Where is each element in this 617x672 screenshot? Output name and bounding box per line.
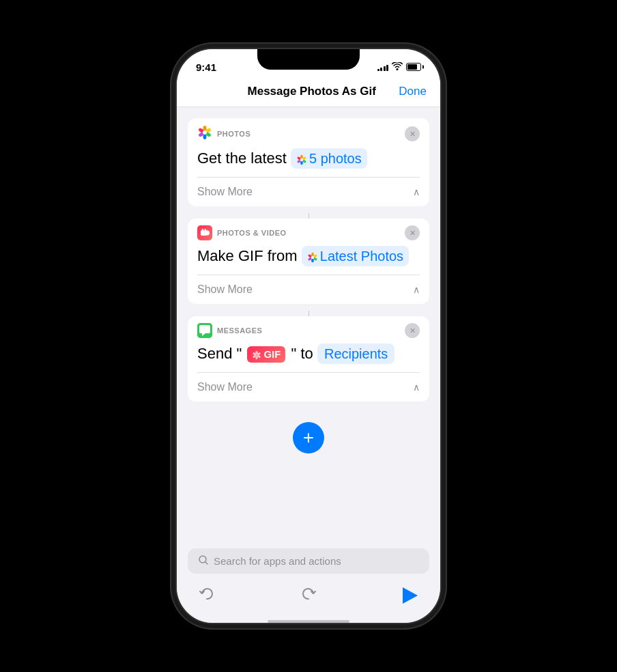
search-icon — [199, 555, 208, 567]
signal-bars-icon — [377, 63, 389, 71]
plus-icon: + — [303, 427, 314, 449]
photos-app-icon — [197, 125, 212, 143]
messages-body-middle: " to — [291, 345, 313, 362]
messages-category-label: MESSAGES — [217, 326, 262, 335]
svg-point-9 — [300, 154, 303, 158]
photos-video-header-left: PHOTOS & VIDEO — [197, 225, 287, 240]
photos-video-action-card: PHOTOS & VIDEO ✕ Make GIF from — [188, 219, 429, 304]
photos-chevron-icon: ∧ — [413, 186, 420, 197]
photos-show-more[interactable]: Show More ∧ — [188, 178, 429, 206]
play-button[interactable] — [399, 585, 421, 606]
photos-pill[interactable]: 5 photos — [291, 148, 367, 169]
redo-button[interactable] — [298, 585, 319, 606]
battery-icon — [406, 63, 421, 71]
svg-point-26 — [311, 256, 314, 259]
done-button[interactable]: Done — [399, 85, 427, 98]
add-action-button[interactable]: + — [293, 422, 324, 453]
messages-body-prefix: Send " — [197, 345, 242, 362]
photos-show-more-label: Show More — [197, 186, 253, 198]
notch — [257, 49, 360, 70]
svg-point-31 — [256, 356, 258, 359]
home-indicator — [268, 620, 349, 623]
svg-point-5 — [203, 134, 207, 139]
bar2 — [380, 68, 382, 71]
svg-point-34 — [256, 354, 259, 356]
photos-video-close-button[interactable]: ✕ — [405, 225, 420, 240]
wifi-icon — [392, 62, 403, 72]
svg-point-23 — [311, 258, 314, 262]
photos-card-body: Get the latest 5 p — [188, 147, 429, 177]
photos-video-app-icon — [197, 225, 212, 240]
photos-pill-text: 5 photos — [309, 150, 362, 167]
add-action-container: + — [188, 408, 429, 467]
svg-point-28 — [256, 350, 258, 354]
nav-title: Message Photos As Gif — [248, 85, 376, 98]
messages-header-left: MESSAGES — [197, 323, 262, 338]
photos-video-card-body: Make GIF from Late — [188, 244, 429, 275]
svg-point-12 — [300, 160, 303, 165]
svg-line-18 — [202, 229, 203, 230]
messages-app-icon — [197, 323, 212, 338]
messages-chevron-icon: ∧ — [413, 382, 420, 393]
svg-point-0 — [397, 68, 399, 70]
bar3 — [384, 66, 386, 71]
photos-video-show-more-label: Show More — [197, 283, 253, 296]
connector-2 — [308, 311, 309, 316]
messages-gif-icon — [252, 350, 261, 360]
photos-pill-icon — [296, 150, 307, 167]
recipients-label: Recipients — [324, 345, 388, 363]
main-content: PHOTOS ✕ Get the latest — [177, 107, 440, 547]
photos-video-show-more[interactable]: Show More ∧ — [188, 275, 429, 304]
photos-header-left: PHOTOS — [197, 125, 250, 143]
search-bar[interactable]: Search for apps and actions — [188, 548, 429, 574]
photos-category-label: PHOTOS — [217, 130, 250, 138]
messages-gif-label: GIF — [263, 348, 281, 361]
photos-video-body-text: Make GIF from — [197, 247, 298, 264]
svg-point-8 — [203, 130, 207, 135]
phone-frame: 9:41 Messag — [175, 48, 442, 624]
svg-marker-17 — [207, 230, 210, 236]
photos-close-button[interactable]: ✕ — [405, 126, 420, 141]
photos-card-header: PHOTOS ✕ — [188, 118, 429, 147]
photos-video-pill-text: Latest Photos — [320, 247, 403, 265]
photos-video-pill[interactable]: Latest Photos — [302, 246, 409, 266]
recipients-pill[interactable]: Recipients — [317, 344, 394, 364]
photos-action-card: PHOTOS ✕ Get the latest — [188, 118, 429, 206]
messages-action-card: MESSAGES ✕ Send " — [188, 316, 429, 402]
undo-button[interactable] — [196, 585, 218, 606]
photos-video-chevron-icon: ∧ — [413, 284, 420, 295]
toolbar — [177, 579, 440, 617]
messages-show-more-label: Show More — [197, 381, 253, 393]
photos-video-category-label: PHOTOS & VIDEO — [217, 229, 287, 237]
bar1 — [377, 69, 379, 71]
photos-video-card-header: PHOTOS & VIDEO ✕ — [188, 219, 429, 244]
messages-card-header: MESSAGES ✕ — [188, 316, 429, 342]
search-input: Search for apps and actions — [214, 555, 341, 567]
messages-show-more[interactable]: Show More ∧ — [188, 373, 429, 402]
svg-rect-16 — [201, 230, 207, 236]
status-icons — [377, 62, 422, 72]
play-triangle-icon — [403, 587, 418, 604]
connector-1 — [308, 213, 309, 219]
svg-point-2 — [203, 126, 207, 131]
nav-bar: Message Photos As Gif Done — [177, 79, 440, 107]
svg-point-20 — [311, 252, 314, 256]
bottom-area: Search for apps and actions — [177, 548, 440, 623]
bar4 — [386, 65, 388, 71]
photos-video-pill-icon — [307, 247, 318, 265]
svg-point-15 — [300, 158, 303, 161]
messages-close-button[interactable]: ✕ — [405, 323, 420, 338]
battery-fill — [407, 64, 417, 70]
svg-line-36 — [205, 562, 207, 564]
messages-card-body: Send " GIF — [188, 342, 429, 372]
messages-gif-pill[interactable]: GIF — [247, 346, 285, 363]
svg-line-19 — [205, 229, 206, 230]
photos-body-text: Get the latest — [197, 150, 287, 167]
status-time: 9:41 — [196, 61, 216, 73]
